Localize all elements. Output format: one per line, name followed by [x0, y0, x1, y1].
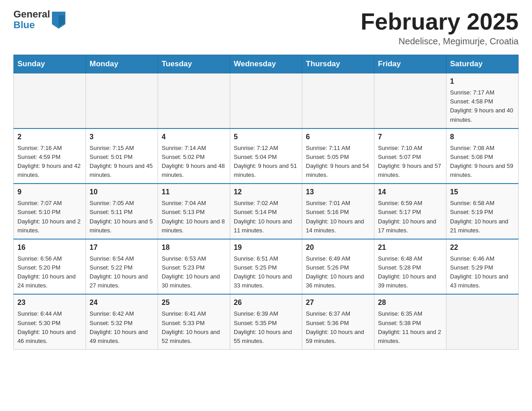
- day-number: 8: [450, 132, 515, 142]
- day-info: Sunrise: 7:04 AMSunset: 5:13 PMDaylight:…: [162, 199, 226, 235]
- day-info: Sunrise: 6:41 AMSunset: 5:33 PMDaylight:…: [162, 309, 226, 346]
- table-row: 1Sunrise: 7:17 AMSunset: 4:58 PMDaylight…: [446, 73, 519, 128]
- day-number: 27: [306, 297, 370, 308]
- logo: General Blue: [13, 9, 65, 30]
- day-info: Sunrise: 6:39 AMSunset: 5:35 PMDaylight:…: [234, 309, 298, 346]
- day-info: Sunrise: 6:54 AMSunset: 5:22 PMDaylight:…: [90, 254, 154, 291]
- day-number: 20: [306, 242, 370, 253]
- day-number: 9: [17, 187, 82, 197]
- table-row: 11Sunrise: 7:04 AMSunset: 5:13 PMDayligh…: [158, 184, 230, 239]
- day-number: 28: [378, 297, 442, 308]
- day-number: 24: [90, 297, 154, 308]
- day-info: Sunrise: 6:48 AMSunset: 5:28 PMDaylight:…: [378, 254, 442, 291]
- table-row: 25Sunrise: 6:41 AMSunset: 5:33 PMDayligh…: [158, 294, 230, 349]
- day-info: Sunrise: 7:02 AMSunset: 5:14 PMDaylight:…: [234, 199, 298, 235]
- day-number: 22: [450, 242, 515, 253]
- day-number: 11: [162, 187, 226, 197]
- table-row: [302, 73, 374, 128]
- day-number: 7: [378, 132, 442, 142]
- day-number: 1: [450, 76, 515, 87]
- day-info: Sunrise: 7:10 AMSunset: 5:07 PMDaylight:…: [378, 144, 442, 180]
- calendar-header-row: Sunday Monday Tuesday Wednesday Thursday…: [14, 55, 519, 73]
- table-row: 8Sunrise: 7:08 AMSunset: 5:08 PMDaylight…: [446, 128, 519, 184]
- table-row: 4Sunrise: 7:14 AMSunset: 5:02 PMDaylight…: [158, 128, 230, 184]
- table-row: 24Sunrise: 6:42 AMSunset: 5:32 PMDayligh…: [86, 294, 158, 349]
- day-number: 12: [234, 187, 298, 197]
- day-number: 15: [450, 187, 515, 197]
- table-row: 9Sunrise: 7:07 AMSunset: 5:10 PMDaylight…: [14, 184, 86, 239]
- table-row: 19Sunrise: 6:51 AMSunset: 5:25 PMDayligh…: [230, 239, 302, 295]
- page-header: General Blue February 2025 Nedelisce, Me…: [13, 9, 519, 47]
- day-info: Sunrise: 6:44 AMSunset: 5:30 PMDaylight:…: [17, 309, 82, 346]
- table-row: 17Sunrise: 6:54 AMSunset: 5:22 PMDayligh…: [86, 239, 158, 295]
- col-monday: Monday: [86, 55, 158, 73]
- day-info: Sunrise: 6:56 AMSunset: 5:20 PMDaylight:…: [17, 254, 82, 291]
- day-info: Sunrise: 6:53 AMSunset: 5:23 PMDaylight:…: [162, 254, 226, 291]
- day-number: 5: [234, 132, 298, 142]
- day-number: 21: [378, 242, 442, 253]
- day-number: 18: [162, 242, 226, 253]
- table-row: 3Sunrise: 7:15 AMSunset: 5:01 PMDaylight…: [86, 128, 158, 184]
- day-number: 3: [90, 132, 154, 142]
- table-row: 5Sunrise: 7:12 AMSunset: 5:04 PMDaylight…: [230, 128, 302, 184]
- day-info: Sunrise: 6:35 AMSunset: 5:38 PMDaylight:…: [378, 309, 442, 346]
- day-info: Sunrise: 7:01 AMSunset: 5:16 PMDaylight:…: [306, 199, 370, 235]
- table-row: 6Sunrise: 7:11 AMSunset: 5:05 PMDaylight…: [302, 128, 374, 184]
- calendar-week-row: 23Sunrise: 6:44 AMSunset: 5:30 PMDayligh…: [14, 294, 519, 349]
- col-tuesday: Tuesday: [158, 55, 230, 73]
- day-info: Sunrise: 6:37 AMSunset: 5:36 PMDaylight:…: [306, 309, 370, 346]
- table-row: [158, 73, 230, 128]
- day-number: 17: [90, 242, 154, 253]
- calendar-week-row: 1Sunrise: 7:17 AMSunset: 4:58 PMDaylight…: [14, 73, 519, 128]
- table-row: [230, 73, 302, 128]
- day-info: Sunrise: 7:05 AMSunset: 5:11 PMDaylight:…: [90, 199, 154, 235]
- calendar-week-row: 9Sunrise: 7:07 AMSunset: 5:10 PMDaylight…: [14, 184, 519, 239]
- calendar-week-row: 16Sunrise: 6:56 AMSunset: 5:20 PMDayligh…: [14, 239, 519, 295]
- title-section: February 2025 Nedelisce, Megimurje, Croa…: [360, 9, 519, 47]
- col-saturday: Saturday: [446, 55, 519, 73]
- day-number: 6: [306, 132, 370, 142]
- col-thursday: Thursday: [302, 55, 374, 73]
- location-title: Nedelisce, Megimurje, Croatia: [360, 36, 519, 47]
- day-info: Sunrise: 6:51 AMSunset: 5:25 PMDaylight:…: [234, 254, 298, 291]
- logo-text: General Blue: [13, 9, 50, 30]
- table-row: 20Sunrise: 6:49 AMSunset: 5:26 PMDayligh…: [302, 239, 374, 295]
- logo-blue: Blue: [13, 20, 50, 30]
- table-row: 22Sunrise: 6:46 AMSunset: 5:29 PMDayligh…: [446, 239, 519, 295]
- table-row: 12Sunrise: 7:02 AMSunset: 5:14 PMDayligh…: [230, 184, 302, 239]
- logo-general: General: [13, 9, 50, 20]
- table-row: [446, 294, 519, 349]
- day-info: Sunrise: 6:46 AMSunset: 5:29 PMDaylight:…: [450, 254, 515, 291]
- col-wednesday: Wednesday: [230, 55, 302, 73]
- table-row: [14, 73, 86, 128]
- table-row: [374, 73, 446, 128]
- calendar-table: Sunday Monday Tuesday Wednesday Thursday…: [13, 55, 519, 350]
- day-number: 10: [90, 187, 154, 197]
- table-row: 26Sunrise: 6:39 AMSunset: 5:35 PMDayligh…: [230, 294, 302, 349]
- col-sunday: Sunday: [14, 55, 86, 73]
- day-info: Sunrise: 6:42 AMSunset: 5:32 PMDaylight:…: [90, 309, 154, 346]
- day-info: Sunrise: 7:08 AMSunset: 5:08 PMDaylight:…: [450, 144, 515, 180]
- col-friday: Friday: [374, 55, 446, 73]
- table-row: 23Sunrise: 6:44 AMSunset: 5:30 PMDayligh…: [14, 294, 86, 349]
- day-info: Sunrise: 6:59 AMSunset: 5:17 PMDaylight:…: [378, 199, 442, 235]
- day-number: 23: [17, 297, 82, 308]
- day-number: 13: [306, 187, 370, 197]
- day-info: Sunrise: 6:58 AMSunset: 5:19 PMDaylight:…: [450, 199, 515, 235]
- day-number: 4: [162, 132, 226, 142]
- table-row: 14Sunrise: 6:59 AMSunset: 5:17 PMDayligh…: [374, 184, 446, 239]
- table-row: [86, 73, 158, 128]
- day-number: 25: [162, 297, 226, 308]
- day-info: Sunrise: 7:11 AMSunset: 5:05 PMDaylight:…: [306, 144, 370, 180]
- day-info: Sunrise: 7:15 AMSunset: 5:01 PMDaylight:…: [90, 144, 154, 180]
- table-row: 21Sunrise: 6:48 AMSunset: 5:28 PMDayligh…: [374, 239, 446, 295]
- table-row: 10Sunrise: 7:05 AMSunset: 5:11 PMDayligh…: [86, 184, 158, 239]
- table-row: 16Sunrise: 6:56 AMSunset: 5:20 PMDayligh…: [14, 239, 86, 295]
- table-row: 28Sunrise: 6:35 AMSunset: 5:38 PMDayligh…: [374, 294, 446, 349]
- table-row: 15Sunrise: 6:58 AMSunset: 5:19 PMDayligh…: [446, 184, 519, 239]
- day-info: Sunrise: 7:07 AMSunset: 5:10 PMDaylight:…: [17, 199, 82, 235]
- day-number: 2: [17, 132, 82, 142]
- month-title: February 2025: [360, 9, 519, 34]
- day-number: 26: [234, 297, 298, 308]
- table-row: 18Sunrise: 6:53 AMSunset: 5:23 PMDayligh…: [158, 239, 230, 295]
